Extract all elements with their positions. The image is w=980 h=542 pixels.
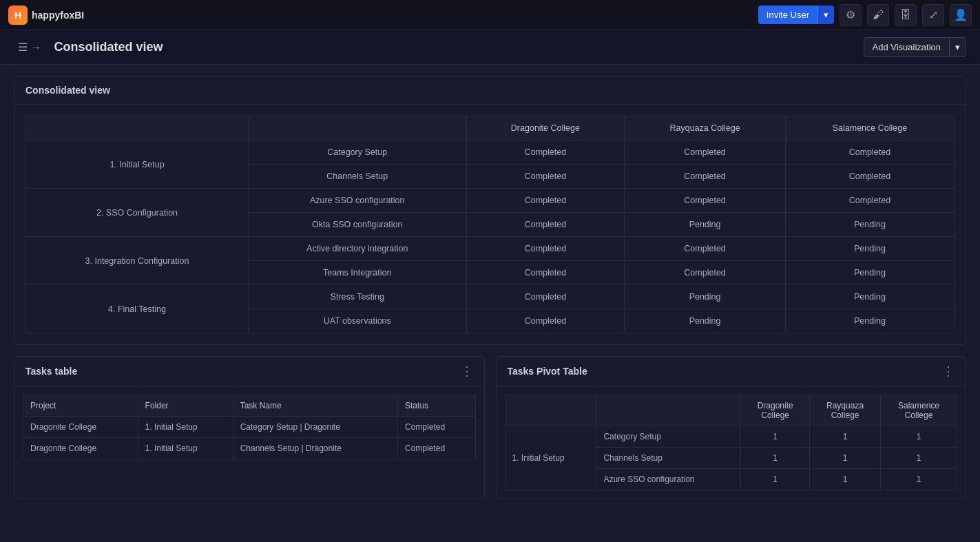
tasks-col-project: Project [23, 395, 138, 417]
status-cell: Completed [466, 189, 625, 213]
tasks-table-menu-button[interactable]: ⋮ [461, 365, 473, 377]
table-row: Dragonite College1. Initial SetupChannel… [23, 438, 476, 459]
status-cell: Pending [785, 261, 954, 285]
status-cell: Completed [625, 189, 786, 213]
tasks-table-title: Tasks table [25, 366, 77, 377]
header-bar: ☰ → Consolidated view Add Visualization … [0, 30, 980, 65]
expand-button[interactable]: ⤢ [922, 4, 944, 26]
tasks-table-widget: Tasks table ⋮ Project Folder Task Name S… [14, 356, 485, 499]
bottom-row: Tasks table ⋮ Project Folder Task Name S… [14, 356, 966, 510]
consolidated-table: Dragonite College Rayquaza College Salam… [25, 116, 955, 333]
status-cell: Completed [625, 261, 786, 285]
status-cell: Completed [398, 417, 475, 438]
status-cell: Completed [466, 309, 625, 333]
group-label-cell: 1. Initial Setup [26, 140, 249, 189]
pivot-value-cell: 1 [741, 448, 810, 469]
database-button[interactable]: 🗄 [895, 4, 917, 26]
table-row: 1. Initial SetupCategory SetupCompletedC… [26, 140, 955, 165]
invite-user-dropdown-button[interactable]: ▾ [817, 6, 834, 24]
task_name-cell: Channels Setup | Dragonite [233, 438, 397, 459]
col-header-dragonite: Dragonite College [466, 116, 625, 140]
settings-button[interactable]: ⚙ [840, 4, 862, 26]
pivot-value-cell: 1 [741, 469, 810, 490]
status-cell: Completed [466, 261, 625, 285]
table-row: Dragonite College1. Initial SetupCategor… [23, 417, 476, 438]
project-cell: Dragonite College [23, 417, 138, 438]
table-row: 3. Integration ConfigurationActive direc… [26, 237, 955, 261]
status-cell: Completed [785, 189, 954, 213]
table-row: 4. Final TestingStress TestingCompletedP… [26, 285, 955, 309]
tasks-col-status: Status [398, 395, 475, 417]
add-visualization-group: Add Visualization ▾ [864, 37, 967, 57]
status-cell: Pending [785, 213, 954, 237]
task-cell: Category Setup [248, 140, 466, 165]
pivot-task-cell: Category Setup [596, 426, 741, 448]
status-cell: Completed [466, 237, 625, 261]
pivot-col-empty2 [596, 395, 741, 426]
col-header-salamence: Salamence College [785, 116, 954, 140]
sidebar-toggle-button[interactable]: ☰ → [14, 39, 45, 55]
pivot-table-widget: Tasks Pivot Table ⋮ DragoniteCollege Ray… [496, 356, 967, 499]
col-header-empty2 [248, 116, 466, 140]
pivot-table-menu-button[interactable]: ⋮ [942, 365, 955, 377]
task-cell: UAT observations [248, 309, 466, 333]
pivot-task-cell: Channels Setup [596, 448, 741, 469]
tasks-col-taskname: Task Name [233, 395, 397, 417]
consolidated-view-widget: Consolidated view Dragonite College Rayq… [14, 76, 966, 345]
status-cell: Pending [785, 285, 954, 309]
pivot-value-cell: 1 [810, 426, 881, 448]
consolidated-view-widget-body: Dragonite College Rayquaza College Salam… [14, 105, 966, 344]
task-cell: Teams Integration [248, 261, 466, 285]
status-cell: Completed [466, 165, 625, 189]
brush-button[interactable]: 🖌 [867, 4, 889, 26]
pivot-data-table: DragoniteCollege RayquazaCollege Salamen… [505, 395, 958, 490]
add-visualization-dropdown-button[interactable]: ▾ [950, 37, 966, 57]
task-cell: Okta SSO configuration [248, 213, 466, 237]
tasks-table-header-row: Tasks table ⋮ [14, 357, 484, 386]
status-cell: Completed [625, 237, 786, 261]
group-label-cell: 4. Final Testing [26, 285, 249, 333]
user-button[interactable]: 👤 [950, 4, 972, 26]
pivot-table-title: Tasks Pivot Table [508, 366, 587, 377]
group-label-cell: 3. Integration Configuration [26, 237, 249, 285]
status-cell: Pending [625, 309, 786, 333]
folder-cell: 1. Initial Setup [138, 438, 233, 459]
invite-user-button[interactable]: Invite User [758, 6, 817, 24]
status-cell: Completed [625, 140, 786, 165]
pivot-table-header-row: Tasks Pivot Table ⋮ [497, 357, 966, 386]
logo-text: happyfoxBI [32, 10, 84, 21]
pivot-value-cell: 1 [810, 448, 881, 469]
col-header-empty1 [26, 116, 249, 140]
task-cell: Azure SSO configuration [248, 189, 466, 213]
status-cell: Pending [785, 309, 954, 333]
top-navigation: H happyfoxBI Invite User ▾ ⚙ 🖌 🗄 ⤢ 👤 [0, 0, 980, 30]
status-cell: Completed [466, 285, 625, 309]
status-cell: Completed [398, 438, 475, 459]
page-title: Consolidated view [54, 40, 163, 54]
status-cell: Completed [785, 140, 954, 165]
logo: H happyfoxBI [8, 6, 84, 25]
col-header-rayquaza: Rayquaza College [625, 116, 786, 140]
pivot-col-salamence: SalamenceCollege [880, 395, 957, 426]
pivot-value-cell: 1 [810, 469, 881, 490]
project-cell: Dragonite College [23, 438, 138, 459]
pivot-value-cell: 1 [880, 469, 957, 490]
group-label-cell: 2. SSO Configuration [26, 189, 249, 237]
table-row: 1. Initial SetupCategory Setup111 [505, 426, 957, 448]
pivot-value-cell: 1 [880, 426, 957, 448]
task_name-cell: Category Setup | Dragonite [233, 417, 397, 438]
status-cell: Completed [466, 213, 625, 237]
pivot-col-empty1 [505, 395, 596, 426]
pivot-task-cell: Azure SSO configuration [596, 469, 741, 490]
folder-cell: 1. Initial Setup [138, 417, 233, 438]
header-left: ☰ → Consolidated view [14, 39, 163, 55]
status-cell: Pending [625, 213, 786, 237]
status-cell: Completed [785, 165, 954, 189]
add-visualization-button[interactable]: Add Visualization [864, 37, 950, 57]
pivot-value-cell: 1 [880, 448, 957, 469]
task-cell: Stress Testing [248, 285, 466, 309]
status-cell: Completed [466, 140, 625, 165]
tasks-col-folder: Folder [138, 395, 233, 417]
pivot-group-label: 1. Initial Setup [505, 426, 596, 490]
consolidated-view-widget-header: Consolidated view [14, 76, 966, 105]
